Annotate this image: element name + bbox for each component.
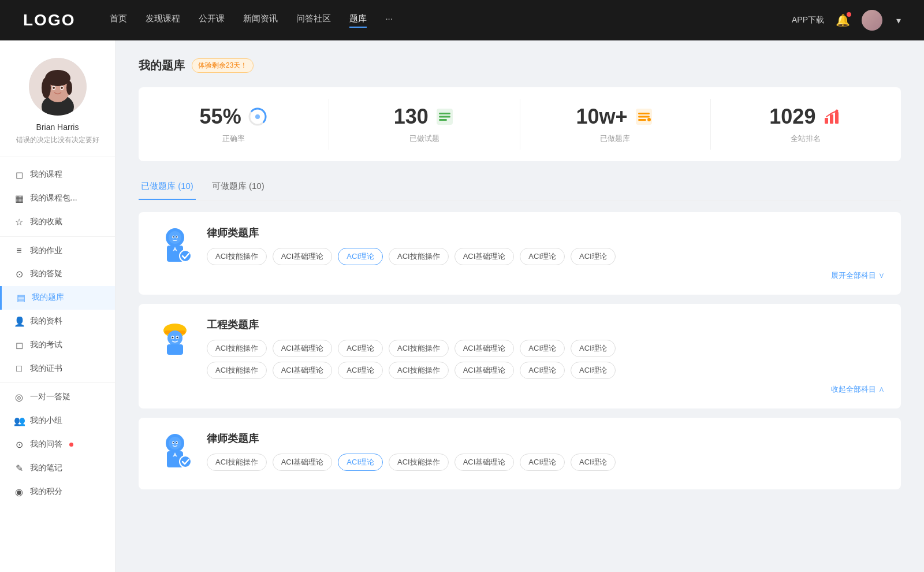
bank-2-tag-2[interactable]: ACI理论 [338,340,383,357]
sidebar-menu: ◻ 我的课程 ▦ 我的课程包... ☆ 我的收藏 ≡ 我的作业 ⊙ 我的答疑 ▤ [0,157,115,510]
svg-point-44 [176,337,178,339]
group-icon: 👥 [14,415,24,426]
bank-2-tag2-2[interactable]: ACI理论 [338,362,383,379]
rank-icon [821,106,842,127]
bank-1-tag-0[interactable]: ACI技能操作 [207,248,267,265]
bank-1-tag-6[interactable]: ACI理论 [571,248,616,265]
svg-point-10 [61,87,63,89]
sidebar-item-questionbank[interactable]: ▤ 我的题库 [0,286,115,310]
bank-2-tag-4[interactable]: ACI基础理论 [454,340,515,357]
nav-questionbank[interactable]: 题库 [349,13,367,28]
stat-done-questions-top: 130 [341,105,508,129]
nav-discover[interactable]: 发现课程 [146,13,180,28]
profile-avatar [29,58,87,116]
svg-rect-26 [835,112,839,124]
question-bank-tabs: 已做题库 (10) 可做题库 (10) [139,175,901,200]
tab-available[interactable]: 可做题库 (10) [210,175,267,200]
nav-more[interactable]: ··· [385,13,393,28]
sidebar-item-qa[interactable]: ⊙ 我的答疑 [0,262,115,286]
points-icon: ◉ [14,486,24,497]
sidebar-item-myquestion[interactable]: ⊙ 我的问答 [0,433,115,456]
notification-bell[interactable]: 🔔 [836,13,850,27]
sidebar-item-mygroup[interactable]: 👥 我的小组 [0,409,115,433]
sidebar-item-mydata[interactable]: 👤 我的资料 [0,310,115,333]
bank-2-tag2-6[interactable]: ACI理论 [571,362,616,379]
sidebar-item-homework[interactable]: ≡ 我的作业 [0,239,115,262]
bank-3-tag-0[interactable]: ACI技能操作 [207,454,267,471]
bank-2-collapse-btn[interactable]: 收起全部科目 ∧ [831,385,885,393]
done-banks-icon [634,106,654,127]
course-icon: ◻ [14,169,24,180]
bank-2-tag2-4[interactable]: ACI基础理论 [454,362,515,379]
page-title: 我的题库 [139,58,185,73]
bank-2-tag-6[interactable]: ACI理论 [571,340,616,357]
bank-2-tag2-3[interactable]: ACI技能操作 [389,362,449,379]
sidebar-item-myexam[interactable]: ◻ 我的考试 [0,333,115,357]
user-avatar[interactable] [862,10,882,31]
sidebar-divider-2 [0,382,115,383]
bank-2-tag2-5[interactable]: ACI理论 [520,362,565,379]
svg-rect-23 [647,118,651,121]
sidebar-item-coursepack[interactable]: ▦ 我的课程包... [0,187,115,210]
sidebar-item-onetoone[interactable]: ◎ 一对一答疑 [0,385,115,409]
main-layout: Brian Harris 错误的决定比没有决定要好 ◻ 我的课程 ▦ 我的课程包… [0,40,924,572]
svg-point-31 [180,250,191,262]
bank-1-tag-4[interactable]: ACI基础理论 [454,248,515,265]
stat-done-banks-top: 10w+ [532,105,699,129]
bank-3-tag-5[interactable]: ACI理论 [520,454,565,471]
engineer-bank-icon [155,318,195,358]
bank-card-1-content: 律师类题库 ACI技能操作 ACI基础理论 ACI理论 ACI技能操作 ACI基… [207,226,885,281]
bank-2-tag-1[interactable]: ACI基础理论 [273,340,333,357]
bank-2-tag2-1[interactable]: ACI基础理论 [273,362,333,379]
question-notification-dot [69,443,73,447]
svg-point-9 [53,87,55,89]
bank-1-tag-5[interactable]: ACI理论 [520,248,565,265]
app-download[interactable]: APP下载 [792,15,824,25]
bank-3-tag-3[interactable]: ACI技能操作 [389,454,449,471]
bank-3-tag-2[interactable]: ACI理论 [338,454,383,471]
user-dropdown-arrow[interactable]: ▾ [896,15,901,26]
bank-3-tag-1[interactable]: ACI基础理论 [273,454,333,471]
bank-3-tag-6[interactable]: ACI理论 [571,454,616,471]
qa-icon: ⊙ [14,269,24,280]
question-icon: ⊙ [14,439,24,450]
nav-opencourse[interactable]: 公开课 [199,13,225,28]
bank-1-tag-3[interactable]: ACI技能操作 [389,248,449,265]
sidebar-item-mynotes[interactable]: ✎ 我的笔记 [0,456,115,480]
nav-home[interactable]: 首页 [110,13,127,28]
bank-2-tag-3[interactable]: ACI技能操作 [389,340,449,357]
star-icon: ☆ [14,217,24,228]
bank-1-expand-btn[interactable]: 展开全部科目 ∨ [831,271,885,280]
sidebar-item-mycourse[interactable]: ◻ 我的课程 [0,163,115,187]
bank-card-1-title: 律师类题库 [207,226,885,240]
svg-rect-40 [167,344,183,355]
trial-badge: 体验剩余23天！ [192,58,254,73]
bank-card-2-title: 工程类题库 [207,318,885,332]
bank-2-tag-0[interactable]: ACI技能操作 [207,340,267,357]
homework-icon: ≡ [14,246,24,256]
bank-card-2-tags-row2: ACI技能操作 ACI基础理论 ACI理论 ACI技能操作 ACI基础理论 AC… [207,362,885,379]
bank-3-tag-4[interactable]: ACI基础理论 [454,454,515,471]
nav-qa[interactable]: 问答社区 [296,13,331,28]
bank-2-tag-5[interactable]: ACI理论 [520,340,565,357]
sidebar-item-mypoints[interactable]: ◉ 我的积分 [0,480,115,504]
sidebar: Brian Harris 错误的决定比没有决定要好 ◻ 我的课程 ▦ 我的课程包… [0,40,116,572]
done-banks-label: 已做题库 [532,133,699,144]
bank-1-tag-1[interactable]: ACI基础理论 [273,248,333,265]
svg-rect-21 [638,116,650,118]
bank-card-3: 律师类题库 ACI技能操作 ACI基础理论 ACI理论 ACI技能操作 ACI基… [139,418,901,489]
bank-card-1: 律师类题库 ACI技能操作 ACI基础理论 ACI理论 ACI技能操作 ACI基… [139,212,901,295]
tab-done[interactable]: 已做题库 (10) [139,175,196,200]
sidebar-item-favorites[interactable]: ☆ 我的收藏 [0,210,115,234]
rank-label: 全站排名 [722,133,889,144]
accuracy-value: 55% [200,105,241,129]
nav-news[interactable]: 新闻资讯 [243,13,278,28]
bank-2-tag2-0[interactable]: ACI技能操作 [207,362,267,379]
bank-1-tag-2[interactable]: ACI理论 [338,248,383,265]
stat-accuracy: 55% 正确率 [139,99,329,150]
svg-rect-20 [638,113,650,114]
svg-point-39 [167,330,182,346]
svg-point-27 [836,110,839,113]
sidebar-item-certificate[interactable]: □ 我的证书 [0,357,115,380]
bank-card-2-header: 工程类题库 ACI技能操作 ACI基础理论 ACI理论 ACI技能操作 ACI基… [155,318,885,395]
